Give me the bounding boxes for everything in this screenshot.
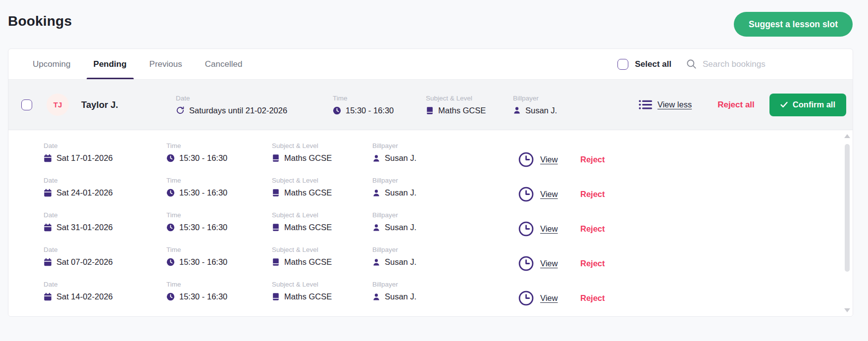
row-billpayer-field: Billpayer Susan J. <box>372 142 518 177</box>
row-time-value: 15:30 - 16:30 <box>179 188 227 197</box>
time-label: Time <box>166 177 272 184</box>
calendar-icon <box>44 189 52 197</box>
tab-upcoming[interactable]: Upcoming <box>33 49 71 79</box>
group-checkbox[interactable] <box>21 99 32 110</box>
calendar-icon <box>44 154 52 162</box>
scrollbar-thumb[interactable] <box>845 144 850 272</box>
person-icon <box>372 189 380 197</box>
search-input[interactable] <box>703 59 787 69</box>
time-label: Time <box>166 281 272 288</box>
row-billpayer-value: Susan J. <box>385 257 416 267</box>
view-link[interactable]: View <box>540 293 558 303</box>
page-title: Bookings <box>8 13 72 29</box>
row-billpayer-field: Billpayer Susan J. <box>372 177 518 211</box>
group-date-field: Date Saturdays until 21-02-2026 <box>176 95 333 115</box>
view-less-button[interactable]: View less <box>639 99 692 110</box>
reject-link[interactable]: Reject <box>580 190 605 199</box>
person-icon <box>372 224 380 232</box>
calendar-icon <box>44 223 52 232</box>
time-label: Time <box>166 211 272 219</box>
confirm-all-label: Confirm all <box>793 100 835 109</box>
book-icon <box>272 258 280 266</box>
row-view-cell: View <box>518 142 580 177</box>
check-icon <box>780 101 788 108</box>
row-subject-field: Subject & Level Maths GCSE <box>272 142 372 177</box>
row-billpayer-value: Susan J. <box>385 188 416 197</box>
group-actions: View less Reject all Confirm all <box>639 94 853 116</box>
clock-icon <box>166 258 175 266</box>
row-time-value: 15:30 - 16:30 <box>179 292 227 301</box>
row-time-field: Time 15:30 - 16:30 <box>166 246 272 281</box>
row-view-cell: View <box>518 281 580 315</box>
group-time-field: Time 15:30 - 16:30 <box>333 95 426 115</box>
subject-label: Subject & Level <box>272 281 372 288</box>
row-time-value: 15:30 - 16:30 <box>179 153 227 163</box>
booking-rows: Date Sat 17-01-2026 Time 15:30 - 16:30 S… <box>8 130 853 315</box>
calendar-icon <box>44 292 52 301</box>
row-billpayer-value: Susan J. <box>385 153 416 163</box>
clock-outline-icon[interactable] <box>518 187 534 202</box>
reject-link[interactable]: Reject <box>580 155 605 164</box>
clock-outline-icon[interactable] <box>518 291 534 306</box>
date-label: Date <box>176 95 333 102</box>
view-link[interactable]: View <box>540 224 558 234</box>
reject-link[interactable]: Reject <box>580 293 605 303</box>
row-billpayer-field: Billpayer Susan J. <box>372 211 518 246</box>
row-subject-field: Subject & Level Maths GCSE <box>272 246 372 281</box>
billpayer-label: Billpayer <box>372 142 518 149</box>
view-link[interactable]: View <box>540 259 558 268</box>
suggest-lesson-slot-button[interactable]: Suggest a lesson slot <box>734 12 853 37</box>
clock-icon <box>333 106 341 115</box>
booking-row: Date Sat 24-01-2026 Time 15:30 - 16:30 S… <box>8 177 853 211</box>
reject-link[interactable]: Reject <box>580 259 605 268</box>
tab-previous-label: Previous <box>150 59 182 69</box>
group-billpayer-value: Susan J. <box>525 106 557 115</box>
row-view-cell: View <box>518 246 580 281</box>
row-subject-field: Subject & Level Maths GCSE <box>272 177 372 211</box>
row-reject-cell: Reject <box>580 177 605 211</box>
confirm-all-button[interactable]: Confirm all <box>769 94 846 116</box>
clock-icon <box>166 154 175 162</box>
row-billpayer-field: Billpayer Susan J. <box>372 246 518 281</box>
subject-label: Subject & Level <box>272 177 372 184</box>
date-label: Date <box>44 246 166 253</box>
vertical-scrollbar[interactable] <box>843 132 851 313</box>
row-time-field: Time 15:30 - 16:30 <box>166 177 272 211</box>
row-billpayer-value: Susan J. <box>385 292 416 301</box>
search-icon <box>686 59 697 69</box>
tab-previous[interactable]: Previous <box>150 49 182 79</box>
book-icon <box>272 223 280 232</box>
avatar: TJ <box>47 94 69 116</box>
subject-label: Subject & Level <box>426 95 513 102</box>
reject-link[interactable]: Reject <box>580 224 605 234</box>
tab-upcoming-label: Upcoming <box>33 59 71 69</box>
row-time-field: Time 15:30 - 16:30 <box>166 211 272 246</box>
reject-all-button[interactable]: Reject all <box>717 100 755 110</box>
row-date-field: Date Sat 07-02-2026 <box>44 246 166 281</box>
row-time-value: 15:30 - 16:30 <box>179 257 227 267</box>
view-link[interactable]: View <box>540 155 558 164</box>
row-subject-field: Subject & Level Maths GCSE <box>272 211 372 246</box>
row-date-value: Sat 07-02-2026 <box>56 257 113 267</box>
view-link[interactable]: View <box>540 190 558 199</box>
clock-icon <box>166 223 175 232</box>
avatar-initials: TJ <box>53 100 62 109</box>
select-all-checkbox[interactable] <box>617 59 628 70</box>
tab-cancelled[interactable]: Cancelled <box>205 49 243 79</box>
clock-outline-icon[interactable] <box>518 256 534 271</box>
scroll-up-arrow[interactable] <box>844 134 850 138</box>
clock-icon <box>166 292 175 301</box>
billpayer-label: Billpayer <box>372 281 518 288</box>
scroll-down-arrow[interactable] <box>844 308 850 312</box>
billpayer-label: Billpayer <box>513 95 592 102</box>
tab-pending[interactable]: Pending <box>94 49 127 79</box>
row-subject-value: Maths GCSE <box>284 188 332 197</box>
list-icon <box>639 99 652 110</box>
clock-outline-icon[interactable] <box>518 221 534 237</box>
recurring-icon <box>176 106 185 115</box>
clock-outline-icon[interactable] <box>518 152 534 167</box>
tabs-bar: Upcoming Pending Previous Cancelled Sele… <box>8 49 853 80</box>
row-date-value: Sat 31-01-2026 <box>56 223 113 232</box>
date-label: Date <box>44 142 166 149</box>
billpayer-label: Billpayer <box>372 246 518 253</box>
